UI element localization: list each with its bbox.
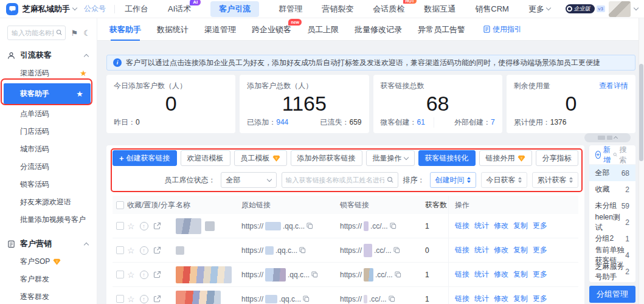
collapsed-tag[interactable] [584, 133, 631, 142]
staff-template-button[interactable]: 员工模板 [234, 150, 287, 166]
action-stats[interactable]: 统计 [474, 221, 489, 231]
favorite-star-icon[interactable]: ☆ [127, 222, 135, 230]
group-manage-button[interactable]: 分组管理 [589, 286, 635, 303]
sidebar-item-store-qr[interactable]: 门店活码 [0, 123, 97, 140]
external-created-link[interactable]: 7 [491, 118, 495, 126]
tab-cross-enterprise-lock[interactable]: 跨企业锁客new [252, 18, 291, 41]
welcome-template-button[interactable]: 欢迎语模板 [181, 150, 230, 166]
avatar[interactable] [609, 1, 631, 17]
link-search-input[interactable] [282, 172, 398, 188]
copy-icon[interactable] [389, 295, 395, 302]
sort-by-total[interactable]: 累计获客 [532, 172, 578, 188]
nav-more[interactable]: 更多 [528, 4, 550, 15]
sidebar-section-marketing[interactable]: 客户营销 [7, 238, 88, 249]
seat-status-select[interactable]: 全部 [221, 172, 277, 188]
share-icon[interactable] [153, 246, 161, 254]
sidebar-item-channel-qr[interactable]: 渠道活码★ [0, 64, 97, 82]
action-more[interactable]: 更多 [533, 245, 547, 255]
tab-abnormal-staff-alert[interactable]: 异常员工告警 [418, 18, 465, 41]
favorite-star-icon[interactable]: ★ [80, 69, 87, 78]
external-use-button[interactable]: 链接外用 [479, 150, 532, 166]
group-search-button[interactable]: 搜索 [613, 145, 629, 165]
batch-actions-button[interactable]: 批量操作 [366, 150, 415, 166]
action-edit[interactable]: 修改 [494, 221, 508, 231]
pin-top-icon[interactable]: ↑ [140, 222, 148, 230]
share-icon[interactable] [153, 222, 161, 230]
favorite-star-icon[interactable]: ☆ [127, 295, 135, 303]
action-stats[interactable]: 统计 [474, 294, 489, 304]
sidebar-item-customer-sop[interactable]: 客户SOP [0, 253, 97, 271]
brand-chevron-down-icon[interactable] [72, 5, 77, 10]
action-link[interactable]: 链接 [455, 221, 469, 231]
action-edit[interactable]: 修改 [494, 294, 508, 304]
sidebar-item-order-qr[interactable]: 点单活码 [0, 105, 97, 123]
copy-icon[interactable] [393, 247, 400, 254]
copy-icon[interactable] [303, 295, 310, 302]
pin-top-icon[interactable]: ↑ [140, 295, 148, 303]
action-link[interactable]: 链接 [455, 294, 469, 304]
tab-data-statistics[interactable]: 数据统计 [157, 18, 189, 41]
add-group-button[interactable]: +新增 [595, 145, 613, 165]
window-scrollbar[interactable] [639, 18, 644, 304]
link-search-field[interactable] [286, 176, 384, 184]
action-edit[interactable]: 修改 [494, 269, 508, 280]
copy-icon[interactable] [306, 223, 313, 229]
link-conversion-button[interactable]: 获客链接转化 [418, 150, 476, 166]
flag-icon[interactable]: ⚑ [71, 29, 78, 37]
tab-staff-limit[interactable]: 员工上限 [307, 18, 339, 41]
moon-icon[interactable]: ☾ [83, 29, 91, 37]
collapse-chevron-up-icon[interactable] [84, 54, 89, 58]
action-more[interactable]: 更多 [533, 294, 547, 304]
tab-channel-management[interactable]: 渠道管理 [204, 18, 236, 41]
nav-conversation-qc[interactable]: 会话质检HOT [373, 4, 404, 15]
pin-top-icon[interactable]: ↑ [140, 271, 148, 279]
select-all-checkbox[interactable] [116, 201, 124, 209]
sidebar-item-perchase-broadcast[interactable]: 逐客群发 [0, 288, 97, 304]
action-more[interactable]: 更多 [533, 269, 547, 280]
sidebar-item-customer-broadcast[interactable]: 客户群发 [0, 271, 97, 288]
copy-icon[interactable] [311, 271, 318, 278]
row-checkbox[interactable] [116, 271, 124, 278]
group-item-all[interactable]: 全部68 [589, 165, 635, 181]
favorite-star-icon[interactable]: ☆ [127, 246, 135, 255]
sidebar-section-acquisition[interactable]: 引流获客 [7, 50, 88, 61]
added-count-link[interactable]: 944 [276, 118, 288, 126]
group-item-helen-test[interactable]: helen测试2 [589, 214, 635, 230]
create-link-button[interactable]: +创建获客链接 [113, 150, 177, 166]
row-checkbox[interactable] [116, 295, 124, 303]
nav-workbench[interactable]: 工作台 [125, 4, 148, 15]
group-item-favorites[interactable]: 收藏2 [589, 181, 635, 198]
share-metrics-button[interactable]: 分享指标 [536, 150, 578, 166]
copy-icon[interactable] [299, 247, 306, 254]
sidebar-item-batch-add-video-customers[interactable]: 批量添加视频号客户 [0, 211, 97, 229]
share-icon[interactable] [153, 295, 161, 303]
favorite-star-icon[interactable]: ☆ [127, 271, 135, 279]
sidebar-item-lock-qr[interactable]: 锁客活码 [0, 176, 97, 193]
usage-guide-link[interactable]: 使用指引 [483, 24, 522, 35]
sidebar-item-city-qr[interactable]: 城市活码 [0, 140, 97, 158]
copy-icon[interactable] [390, 223, 396, 229]
action-edit[interactable]: 修改 [494, 245, 508, 255]
sidebar-item-acquisition-assistant[interactable]: 获客助手★ [4, 83, 91, 104]
nav-ai-script[interactable]: AI话术AI [168, 4, 191, 15]
nav-group-management[interactable]: 群管理 [279, 4, 302, 15]
sort-by-created-time[interactable]: 创建时间 [430, 172, 476, 188]
action-link[interactable]: 链接 [455, 245, 469, 255]
action-link[interactable]: 链接 [455, 269, 469, 280]
nav-data-interop[interactable]: 数据互通 [424, 4, 455, 15]
channel-tag[interactable]: 公众号 [84, 4, 106, 14]
nav-sales-crm[interactable]: 销售CRM [475, 4, 509, 15]
action-copy[interactable]: 复制 [513, 245, 528, 255]
pin-top-icon[interactable]: ↑ [140, 246, 148, 255]
nav-marketing-fission[interactable]: 营销裂变 [322, 4, 353, 15]
add-external-link-button[interactable]: 添加外部获客链接 [291, 150, 362, 166]
sidebar-search-input[interactable] [7, 26, 66, 40]
row-checkbox[interactable] [116, 246, 124, 254]
favorite-star-icon[interactable]: ★ [76, 89, 83, 98]
group-item-service-assistant[interactable]: 芝麻服务号助手2 [589, 263, 635, 280]
action-stats[interactable]: 统计 [474, 245, 489, 255]
action-stats[interactable]: 统计 [474, 269, 489, 280]
action-copy[interactable]: 复制 [513, 221, 528, 231]
wecom-created-link[interactable]: 61 [417, 118, 425, 126]
sidebar-item-split-qr[interactable]: 分流活码 [0, 158, 97, 176]
